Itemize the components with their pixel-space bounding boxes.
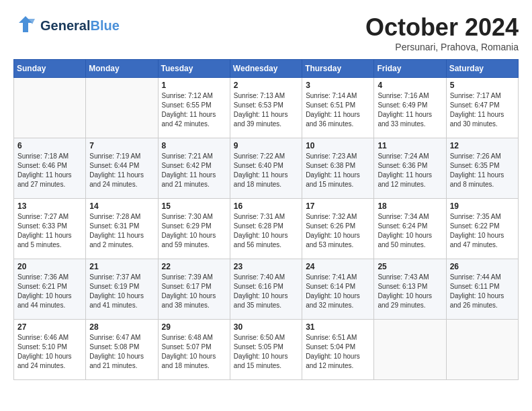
week-row-3: 13Sunrise: 7:27 AM Sunset: 6:33 PM Dayli… bbox=[14, 199, 519, 259]
day-info: Sunrise: 6:47 AM Sunset: 5:08 PM Dayligh… bbox=[89, 333, 154, 371]
day-info: Sunrise: 7:26 AM Sunset: 6:35 PM Dayligh… bbox=[450, 152, 515, 189]
weekday-saturday: Saturday bbox=[446, 60, 518, 78]
day-info: Sunrise: 7:16 AM Sunset: 6:49 PM Dayligh… bbox=[378, 91, 442, 129]
calendar-cell bbox=[14, 78, 86, 138]
week-row-1: 1Sunrise: 7:12 AM Sunset: 6:55 PM Daylig… bbox=[14, 78, 519, 138]
week-row-5: 27Sunrise: 6:46 AM Sunset: 5:10 PM Dayli… bbox=[14, 320, 519, 380]
day-info: Sunrise: 7:32 AM Sunset: 6:26 PM Dayligh… bbox=[306, 212, 370, 250]
calendar-cell: 29Sunrise: 6:48 AM Sunset: 5:07 PM Dayli… bbox=[158, 320, 230, 380]
day-number: 19 bbox=[450, 201, 515, 211]
calendar-cell: 6Sunrise: 7:18 AM Sunset: 6:46 PM Daylig… bbox=[14, 138, 86, 199]
day-info: Sunrise: 7:22 AM Sunset: 6:40 PM Dayligh… bbox=[234, 152, 298, 189]
day-info: Sunrise: 7:18 AM Sunset: 6:46 PM Dayligh… bbox=[17, 152, 82, 189]
calendar-header: SundayMondayTuesdayWednesdayThursdayFrid… bbox=[14, 60, 519, 78]
day-info: Sunrise: 7:19 AM Sunset: 6:44 PM Dayligh… bbox=[89, 152, 154, 189]
weekday-wednesday: Wednesday bbox=[230, 60, 302, 78]
day-number: 15 bbox=[162, 201, 226, 211]
day-number: 22 bbox=[162, 262, 226, 271]
day-number: 24 bbox=[306, 262, 370, 271]
day-number: 23 bbox=[234, 262, 298, 271]
day-number: 12 bbox=[450, 141, 515, 150]
calendar-cell: 5Sunrise: 7:17 AM Sunset: 6:47 PM Daylig… bbox=[446, 78, 518, 138]
calendar-cell: 13Sunrise: 7:27 AM Sunset: 6:33 PM Dayli… bbox=[14, 199, 86, 259]
day-number: 20 bbox=[17, 262, 82, 271]
day-info: Sunrise: 7:27 AM Sunset: 6:33 PM Dayligh… bbox=[17, 212, 82, 250]
weekday-sunday: Sunday bbox=[14, 60, 86, 78]
day-info: Sunrise: 7:37 AM Sunset: 6:19 PM Dayligh… bbox=[89, 273, 154, 310]
day-info: Sunrise: 7:12 AM Sunset: 6:55 PM Dayligh… bbox=[162, 91, 226, 129]
day-number: 16 bbox=[234, 201, 298, 211]
day-info: Sunrise: 7:35 AM Sunset: 6:22 PM Dayligh… bbox=[450, 212, 515, 250]
week-row-2: 6Sunrise: 7:18 AM Sunset: 6:46 PM Daylig… bbox=[14, 138, 519, 199]
calendar-cell: 21Sunrise: 7:37 AM Sunset: 6:19 PM Dayli… bbox=[86, 259, 158, 320]
day-number: 2 bbox=[234, 81, 298, 90]
day-number: 10 bbox=[306, 141, 370, 150]
calendar-cell: 14Sunrise: 7:28 AM Sunset: 6:31 PM Dayli… bbox=[86, 199, 158, 259]
day-number: 31 bbox=[306, 322, 370, 332]
day-info: Sunrise: 7:34 AM Sunset: 6:24 PM Dayligh… bbox=[378, 212, 442, 250]
day-info: Sunrise: 6:48 AM Sunset: 5:07 PM Dayligh… bbox=[162, 333, 226, 371]
calendar-cell: 12Sunrise: 7:26 AM Sunset: 6:35 PM Dayli… bbox=[446, 138, 518, 199]
calendar-cell: 30Sunrise: 6:50 AM Sunset: 5:05 PM Dayli… bbox=[230, 320, 302, 380]
calendar-cell: 4Sunrise: 7:16 AM Sunset: 6:49 PM Daylig… bbox=[374, 78, 446, 138]
svg-marker-0 bbox=[19, 16, 32, 32]
day-info: Sunrise: 6:46 AM Sunset: 5:10 PM Dayligh… bbox=[17, 333, 82, 371]
logo-general-text: General bbox=[40, 18, 90, 33]
day-number: 29 bbox=[162, 322, 226, 332]
calendar-cell: 25Sunrise: 7:43 AM Sunset: 6:13 PM Dayli… bbox=[374, 259, 446, 320]
calendar-cell: 28Sunrise: 6:47 AM Sunset: 5:08 PM Dayli… bbox=[86, 320, 158, 380]
day-info: Sunrise: 7:40 AM Sunset: 6:16 PM Dayligh… bbox=[234, 273, 298, 310]
day-number: 21 bbox=[89, 262, 154, 271]
title-block: October 2024 Persunari, Prahova, Romania bbox=[365, 13, 519, 52]
location: Persunari, Prahova, Romania bbox=[365, 42, 519, 52]
day-number: 26 bbox=[450, 262, 515, 271]
day-number: 6 bbox=[17, 141, 82, 150]
day-number: 4 bbox=[378, 81, 442, 90]
day-number: 11 bbox=[378, 141, 442, 150]
calendar-cell: 9Sunrise: 7:22 AM Sunset: 6:40 PM Daylig… bbox=[230, 138, 302, 199]
page-header: GeneralBlue October 2024 Persunari, Prah… bbox=[13, 13, 519, 52]
calendar-table: SundayMondayTuesdayWednesdayThursdayFrid… bbox=[13, 59, 519, 380]
calendar-cell: 26Sunrise: 7:44 AM Sunset: 6:11 PM Dayli… bbox=[446, 259, 518, 320]
day-info: Sunrise: 7:30 AM Sunset: 6:29 PM Dayligh… bbox=[162, 212, 226, 250]
day-number: 7 bbox=[89, 141, 154, 150]
calendar-cell: 23Sunrise: 7:40 AM Sunset: 6:16 PM Dayli… bbox=[230, 259, 302, 320]
day-info: Sunrise: 7:23 AM Sunset: 6:38 PM Dayligh… bbox=[306, 152, 370, 189]
day-info: Sunrise: 7:17 AM Sunset: 6:47 PM Dayligh… bbox=[450, 91, 515, 129]
day-info: Sunrise: 7:13 AM Sunset: 6:53 PM Dayligh… bbox=[234, 91, 298, 129]
day-number: 5 bbox=[450, 81, 515, 90]
calendar-cell: 22Sunrise: 7:39 AM Sunset: 6:17 PM Dayli… bbox=[158, 259, 230, 320]
calendar-cell: 11Sunrise: 7:24 AM Sunset: 6:36 PM Dayli… bbox=[374, 138, 446, 199]
day-info: Sunrise: 7:41 AM Sunset: 6:14 PM Dayligh… bbox=[306, 273, 370, 310]
day-info: Sunrise: 7:31 AM Sunset: 6:28 PM Dayligh… bbox=[234, 212, 298, 250]
weekday-friday: Friday bbox=[374, 60, 446, 78]
calendar-cell: 3Sunrise: 7:14 AM Sunset: 6:51 PM Daylig… bbox=[302, 78, 374, 138]
day-number: 30 bbox=[234, 322, 298, 332]
day-number: 18 bbox=[378, 201, 442, 211]
day-number: 27 bbox=[17, 322, 82, 332]
day-number: 9 bbox=[234, 141, 298, 150]
logo-blue-text: Blue bbox=[90, 18, 119, 33]
day-info: Sunrise: 6:51 AM Sunset: 5:04 PM Dayligh… bbox=[306, 333, 370, 371]
weekday-monday: Monday bbox=[86, 60, 158, 78]
calendar-cell bbox=[446, 320, 518, 380]
calendar-body: 1Sunrise: 7:12 AM Sunset: 6:55 PM Daylig… bbox=[14, 78, 519, 380]
day-info: Sunrise: 6:50 AM Sunset: 5:05 PM Dayligh… bbox=[234, 333, 298, 371]
day-number: 28 bbox=[89, 322, 154, 332]
calendar-cell: 8Sunrise: 7:21 AM Sunset: 6:42 PM Daylig… bbox=[158, 138, 230, 199]
calendar-cell: 15Sunrise: 7:30 AM Sunset: 6:29 PM Dayli… bbox=[158, 199, 230, 259]
calendar-cell: 18Sunrise: 7:34 AM Sunset: 6:24 PM Dayli… bbox=[374, 199, 446, 259]
weekday-row: SundayMondayTuesdayWednesdayThursdayFrid… bbox=[14, 60, 519, 78]
calendar-cell: 16Sunrise: 7:31 AM Sunset: 6:28 PM Dayli… bbox=[230, 199, 302, 259]
calendar-cell: 7Sunrise: 7:19 AM Sunset: 6:44 PM Daylig… bbox=[86, 138, 158, 199]
day-info: Sunrise: 7:21 AM Sunset: 6:42 PM Dayligh… bbox=[162, 152, 226, 189]
calendar-cell bbox=[86, 78, 158, 138]
day-info: Sunrise: 7:14 AM Sunset: 6:51 PM Dayligh… bbox=[306, 91, 370, 129]
day-info: Sunrise: 7:28 AM Sunset: 6:31 PM Dayligh… bbox=[89, 212, 154, 250]
calendar-cell bbox=[374, 320, 446, 380]
day-number: 17 bbox=[306, 201, 370, 211]
calendar-cell: 31Sunrise: 6:51 AM Sunset: 5:04 PM Dayli… bbox=[302, 320, 374, 380]
day-number: 25 bbox=[378, 262, 442, 271]
day-number: 8 bbox=[162, 141, 226, 150]
calendar-cell: 17Sunrise: 7:32 AM Sunset: 6:26 PM Dayli… bbox=[302, 199, 374, 259]
